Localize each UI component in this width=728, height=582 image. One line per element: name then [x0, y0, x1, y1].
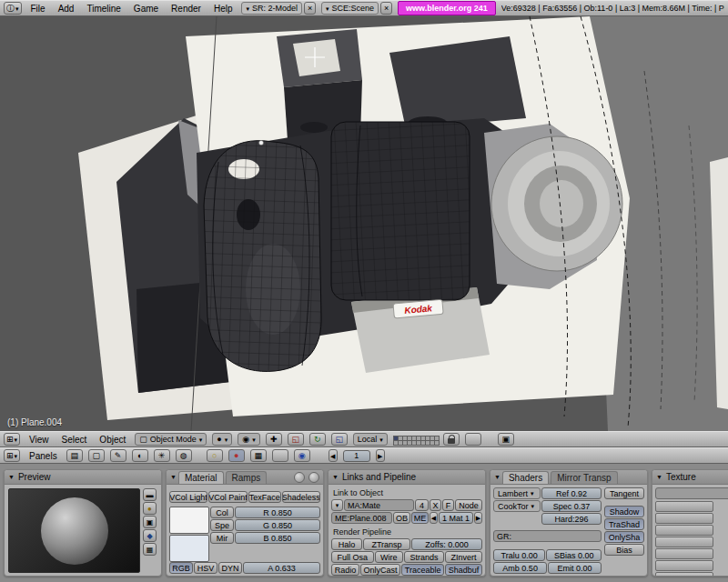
layer-buttons[interactable] — [393, 436, 438, 444]
menu-object[interactable]: Object — [96, 435, 129, 445]
ref-slider[interactable]: Ref 0.92 — [541, 487, 602, 499]
menu-game[interactable]: Game — [130, 4, 162, 14]
preview-panel-header[interactable]: ▼ Preview — [5, 470, 161, 485]
wire-toggle[interactable]: Wire — [375, 551, 403, 563]
frame-increment-button[interactable]: ▶ — [376, 449, 385, 462]
vcol-light-toggle[interactable]: VCol Light — [169, 491, 207, 503]
zoffs-field[interactable]: Zoffs: 0.000 — [411, 538, 482, 550]
lock-scene-button[interactable] — [443, 433, 460, 446]
texture-subcontext-button[interactable]: ▦ — [250, 449, 267, 462]
zinvert-toggle[interactable]: ZInvert — [445, 551, 482, 563]
alpha-slider[interactable]: A 0.633 — [243, 562, 320, 574]
menu-help[interactable]: Help — [210, 4, 237, 14]
frame-decrement-button[interactable]: ◀ — [329, 449, 338, 462]
mir-button[interactable]: Mir — [210, 532, 234, 544]
hard-slider[interactable]: Hard:296 — [541, 513, 602, 525]
preview-sphere-button[interactable]: ● — [143, 502, 157, 515]
texture-channel-slot[interactable] — [655, 548, 713, 559]
group-field[interactable]: GR: — [493, 530, 602, 542]
layer-20[interactable] — [434, 440, 440, 446]
preview-cube-button[interactable]: ▣ — [143, 516, 157, 528]
collapse-icon[interactable]: ▼ — [8, 474, 15, 480]
radio-toggle[interactable]: Radio — [331, 564, 359, 576]
texture-panel-header[interactable]: ▼ Texture — [652, 470, 728, 485]
links-panel-header[interactable]: ▼ Links and Pipeline — [329, 470, 485, 485]
dyn-mode-button[interactable]: DYN — [218, 562, 242, 574]
orientation-dropdown[interactable]: Local ▾ — [353, 433, 388, 446]
vcol-paint-toggle[interactable]: VCol Paint — [208, 491, 248, 503]
ob-link-button[interactable]: OB — [393, 512, 410, 524]
menu-panels[interactable]: Panels — [25, 451, 61, 461]
menu-select[interactable]: Select — [58, 435, 91, 445]
rotate-manipulator-button[interactable]: ↻ — [309, 433, 326, 446]
texture-name-field[interactable] — [655, 487, 728, 499]
collapse-icon[interactable]: ▼ — [332, 474, 339, 480]
script-context-button[interactable]: ✎ — [110, 449, 126, 462]
texture-channel-slot[interactable] — [655, 501, 713, 512]
proportional-edit-button[interactable] — [465, 433, 481, 446]
hsv-mode-button[interactable]: HSV — [194, 562, 217, 574]
editing-context-button[interactable]: ✳ — [154, 449, 170, 462]
col-button[interactable]: Col — [210, 507, 234, 518]
collapse-icon[interactable]: ▼ — [494, 474, 500, 480]
texture-channel-slot[interactable] — [655, 560, 713, 571]
material-slot-field[interactable]: 1 Mat 1 — [439, 512, 473, 524]
panel-drag-icon[interactable] — [294, 472, 305, 483]
logic-context-button[interactable]: ▢ — [88, 449, 105, 462]
texture-channel-slot[interactable] — [655, 513, 713, 524]
shadbuf-toggle[interactable]: Shadbuf — [445, 564, 482, 576]
amb-slider[interactable]: Amb 0.50 — [493, 562, 547, 574]
menu-file[interactable]: File — [27, 4, 49, 14]
material-slot-next-button[interactable]: ▶ — [474, 512, 482, 524]
trashad-toggle[interactable]: TraShad — [604, 518, 644, 530]
collapse-icon[interactable]: ▼ — [656, 474, 662, 480]
screen-selector[interactable]: ▾ SR: 2-Model — [241, 2, 302, 15]
material-slot-prev-button[interactable]: ◀ — [430, 512, 438, 524]
strands-toggle[interactable]: Strands — [404, 551, 444, 563]
specular-color-swatch[interactable] — [169, 535, 209, 562]
specular-shader-dropdown[interactable]: CookTor▾ — [493, 500, 541, 512]
scene-context-button[interactable]: ◍ — [176, 449, 192, 462]
preview-monkey-button[interactable]: ◆ — [143, 529, 157, 542]
bias-toggle[interactable]: Bias — [604, 544, 644, 556]
texture-channel-slot[interactable] — [655, 572, 713, 577]
lamp-subcontext-button[interactable]: ○ — [207, 449, 223, 462]
tab-mirror-transp[interactable]: Mirror Transp — [551, 471, 617, 484]
scale-manipulator-button[interactable]: ◱ — [331, 433, 348, 446]
menu-render[interactable]: Render — [167, 4, 205, 14]
mode-dropdown[interactable]: ▢ Object Mode ▾ — [135, 433, 207, 446]
color-r-slider[interactable]: R 0.850 — [235, 507, 320, 518]
screen-delete-button[interactable]: × — [304, 2, 316, 15]
material-unlink-button[interactable]: X — [430, 499, 441, 511]
buttons-window-type-button[interactable]: ⊞ ▾ — [4, 449, 20, 462]
diffuse-shader-dropdown[interactable]: Lambert▾ — [493, 487, 541, 499]
tab-ramps[interactable]: Ramps — [226, 471, 268, 484]
material-name-field[interactable]: MA:Mate — [344, 499, 414, 511]
spe-button[interactable]: Spe — [210, 519, 234, 531]
sbias-slider[interactable]: SBias 0.00 — [546, 549, 602, 561]
texture-channel-slot[interactable] — [655, 537, 713, 547]
emit-slider[interactable]: Emit 0.00 — [548, 562, 602, 574]
me-link-button[interactable]: ME — [411, 512, 429, 524]
menu-timeline[interactable]: Timeline — [83, 4, 124, 14]
onlysha-toggle[interactable]: OnlySha — [604, 531, 644, 543]
spec-slider[interactable]: Spec 0.37 — [541, 500, 602, 512]
world-subcontext-button[interactable]: ◉ — [294, 449, 310, 462]
panel-options-icon[interactable] — [308, 472, 319, 483]
rgb-mode-button[interactable]: RGB — [169, 562, 193, 574]
color-b-slider[interactable]: B 0.850 — [235, 532, 320, 544]
menu-view[interactable]: View — [25, 435, 53, 445]
viewport-3d[interactable]: Kodak (1) Plane.004 — [0, 16, 728, 431]
scene-selector[interactable]: ▾ SCE:Scene — [321, 2, 379, 15]
viewport-window-type-button[interactable]: ⊞ ▾ — [4, 433, 20, 446]
shadeless-toggle[interactable]: Shadeless — [282, 491, 320, 503]
manipulator-toggle-button[interactable]: ✚ — [266, 433, 282, 446]
preview-sky-button[interactable]: ▦ — [143, 543, 157, 556]
tralu-slider[interactable]: Tralu 0.00 — [493, 549, 545, 561]
window-type-button[interactable]: ⓘ ▾ — [4, 2, 22, 15]
panels-align-icon[interactable]: ▤ — [66, 449, 83, 462]
node-button[interactable]: Node — [455, 499, 482, 511]
traceable-toggle[interactable]: Traceable — [401, 564, 444, 576]
onlycast-toggle[interactable]: OnlyCast — [360, 564, 400, 576]
texture-channel-slot[interactable] — [655, 525, 713, 536]
